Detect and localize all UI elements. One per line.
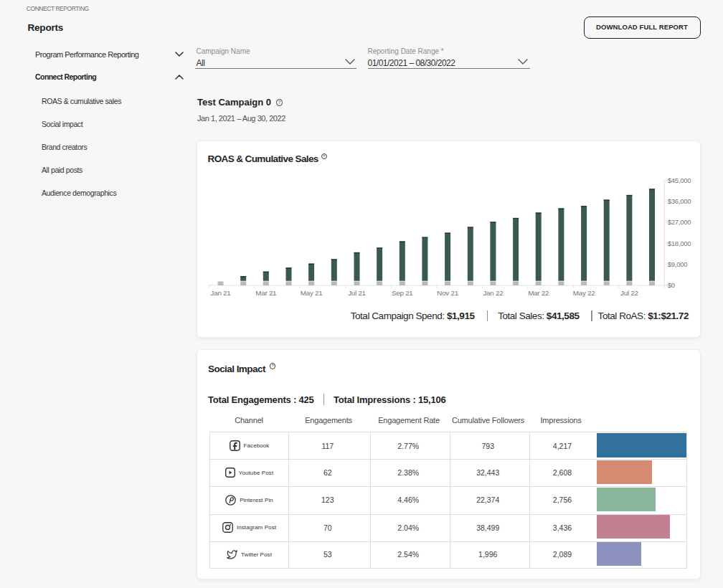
svg-text:$36,000: $36,000 xyxy=(667,197,691,205)
svg-text:$9,000: $9,000 xyxy=(667,260,687,268)
svg-text:Mar 21: Mar 21 xyxy=(255,289,276,297)
svg-text:Jan 22: Jan 22 xyxy=(483,289,503,297)
svg-text:Sep 21: Sep 21 xyxy=(392,289,413,297)
svg-text:$0: $0 xyxy=(667,281,674,289)
svg-text:May 21: May 21 xyxy=(300,289,322,297)
svg-text:Jan 21: Jan 21 xyxy=(210,289,230,297)
svg-text:Jul 22: Jul 22 xyxy=(620,289,638,297)
svg-text:$18,000: $18,000 xyxy=(667,240,691,247)
svg-text:May 22: May 22 xyxy=(572,289,595,297)
svg-text:Nov 21: Nov 21 xyxy=(437,289,458,297)
svg-text:Mar 22: Mar 22 xyxy=(528,289,549,297)
svg-text:$45,000: $45,000 xyxy=(667,176,691,184)
svg-text:Jul 21: Jul 21 xyxy=(348,289,366,297)
svg-text:$27,000: $27,000 xyxy=(667,218,691,226)
